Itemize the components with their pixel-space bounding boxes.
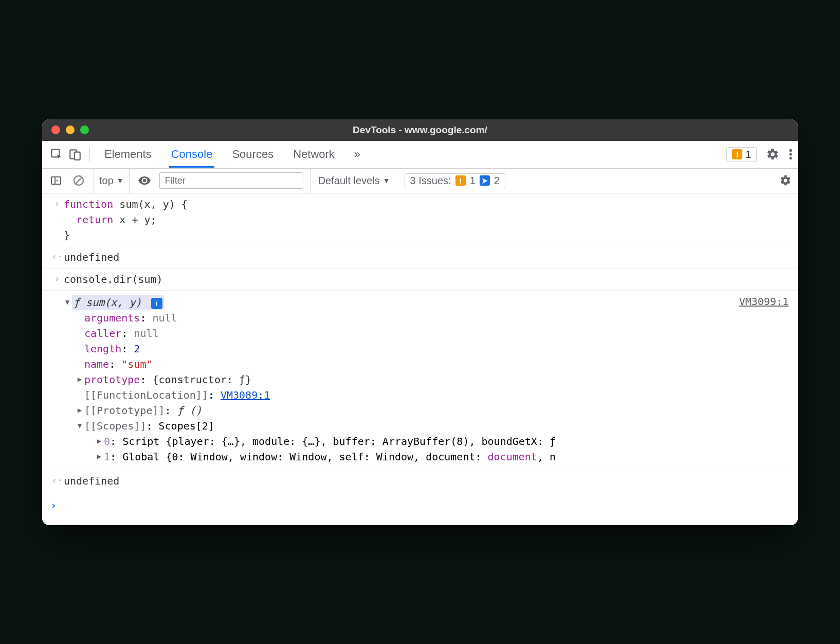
warning-icon: !	[455, 175, 466, 186]
console-result-row: ‹· undefined	[42, 470, 798, 492]
console-input-row[interactable]: › function sum(x, y) { return x + y; }	[42, 193, 798, 246]
tabs-overflow-icon[interactable]: »	[352, 141, 362, 167]
clear-console-icon[interactable]	[71, 173, 86, 188]
expand-arrow-icon[interactable]	[96, 436, 103, 446]
console-settings-icon[interactable]	[779, 174, 792, 187]
info-badge-icon[interactable]: i	[151, 298, 162, 309]
vm-location-link[interactable]: VM3089:1	[221, 389, 270, 401]
prop-length[interactable]: length: 2	[64, 341, 790, 356]
prop-caller[interactable]: caller: null	[64, 326, 790, 341]
prompt-chevron-icon: ›	[50, 497, 64, 513]
prop-arguments[interactable]: arguments: null	[64, 310, 790, 326]
expand-arrow-icon[interactable]	[76, 405, 83, 416]
device-toolbar-icon[interactable]	[66, 145, 84, 164]
more-options-icon[interactable]	[789, 148, 793, 161]
prop-prototype-internal[interactable]: [[Prototype]]: ƒ ()	[64, 403, 790, 418]
console-prompt[interactable]: ›	[42, 492, 798, 525]
dropdown-icon: ▼	[383, 176, 390, 185]
input-chevron-icon: ›	[50, 196, 64, 210]
console-output: › function sum(x, y) { return x + y; } ‹…	[42, 193, 798, 525]
input-chevron-icon: ›	[50, 272, 64, 285]
svg-rect-2	[75, 152, 80, 160]
separator	[89, 147, 90, 162]
prop-prototype[interactable]: prototype: {constructor: ƒ}	[64, 372, 790, 387]
tab-console[interactable]: Console	[169, 141, 215, 168]
console-code: console.dir(sum)	[64, 272, 790, 287]
warning-icon: !	[732, 149, 742, 159]
devtools-window: DevTools - www.google.com/ Elements Cons…	[42, 119, 798, 525]
context-selector[interactable]: top ▼	[94, 169, 130, 193]
dir-output-block: VM3099:1 ƒ sum(x, y) i arguments: null c…	[42, 291, 798, 470]
close-window-button[interactable]	[51, 126, 60, 134]
warnings-badge[interactable]: ! 1	[726, 147, 757, 162]
toggle-sidebar-icon[interactable]	[48, 173, 64, 188]
source-link[interactable]: VM3099:1	[739, 294, 789, 309]
tab-elements[interactable]: Elements	[102, 141, 154, 167]
tab-network[interactable]: Network	[291, 141, 337, 167]
scope-0-row[interactable]: 0: Script {player: {…}, module: {…}, buf…	[64, 434, 790, 449]
titlebar: DevTools - www.google.com/	[42, 119, 798, 141]
issues-label: 3 Issues:	[410, 175, 451, 187]
console-result-row: ‹· undefined	[42, 246, 798, 269]
panel-tabs: Elements Console Sources Network »	[102, 141, 726, 168]
console-toolbar: top ▼ Default levels ▼ 3 Issues: ! 1 ➤ 2	[42, 169, 798, 193]
output-chevron-icon: ‹·	[50, 249, 64, 263]
tab-sources[interactable]: Sources	[230, 141, 276, 167]
main-tabbar: Elements Console Sources Network » ! 1	[42, 141, 798, 169]
svg-point-3	[789, 149, 792, 152]
expand-arrow-icon[interactable]	[76, 420, 83, 431]
output-chevron-icon: ‹·	[50, 473, 64, 487]
dropdown-icon: ▼	[117, 176, 124, 185]
info-icon: ➤	[480, 175, 490, 186]
settings-icon[interactable]	[766, 148, 779, 161]
zoom-window-button[interactable]	[80, 126, 89, 134]
warning-count: 1	[745, 149, 751, 160]
prop-scopes[interactable]: [[Scopes]]: Scopes[2]	[64, 418, 790, 434]
console-code: function sum(x, y) { return x + y; }	[64, 196, 790, 243]
filter-input[interactable]	[159, 172, 303, 189]
svg-rect-6	[51, 177, 61, 184]
expand-arrow-icon[interactable]	[76, 374, 83, 385]
svg-point-5	[789, 157, 792, 159]
dir-header-row[interactable]: ƒ sum(x, y) i	[64, 295, 790, 310]
result-text: undefined	[64, 473, 790, 489]
expand-arrow-icon[interactable]	[96, 451, 103, 462]
expand-arrow-icon[interactable]	[64, 297, 71, 308]
result-text: undefined	[64, 249, 790, 265]
scope-1-row[interactable]: 1: Global {0: Window, window: Window, se…	[64, 449, 790, 464]
log-levels-selector[interactable]: Default levels ▼	[311, 169, 397, 193]
inspect-element-icon[interactable]	[47, 145, 66, 164]
issues-info-count: 2	[494, 175, 500, 187]
console-input-row[interactable]: › console.dir(sum)	[42, 269, 798, 291]
levels-label: Default levels	[318, 175, 380, 187]
window-title: DevTools - www.google.com/	[42, 124, 798, 136]
context-label: top	[99, 175, 114, 187]
issues-button[interactable]: 3 Issues: ! 1 ➤ 2	[405, 173, 505, 188]
svg-point-4	[789, 153, 792, 155]
traffic-lights	[51, 126, 89, 134]
function-signature: sum(x, y)	[80, 296, 141, 309]
function-glyph: ƒ	[74, 296, 80, 309]
live-expression-icon[interactable]	[137, 173, 152, 188]
issues-warn-count: 1	[470, 175, 476, 187]
prop-function-location[interactable]: [[FunctionLocation]]: VM3089:1	[64, 387, 790, 403]
prop-name[interactable]: name: "sum"	[64, 356, 790, 372]
minimize-window-button[interactable]	[66, 126, 75, 134]
